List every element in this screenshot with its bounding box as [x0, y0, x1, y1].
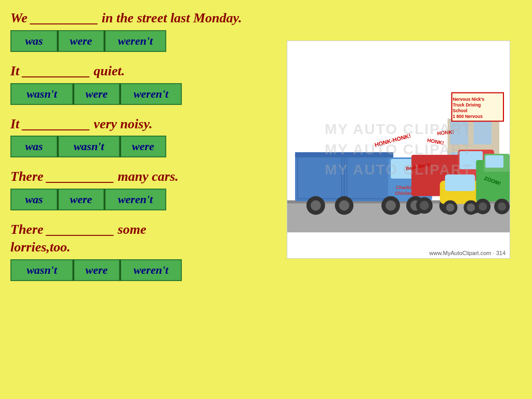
option-q5-were[interactable]: were — [73, 259, 119, 281]
options-row-1: was were weren't — [10, 30, 275, 52]
question-block-4: There __________ many cars. was were wer… — [10, 168, 275, 217]
options-row-5: wasn't were weren't — [10, 259, 275, 281]
option-q1-was[interactable]: was — [10, 30, 57, 52]
left-panel: We __________ in the street last Monday.… — [10, 9, 275, 394]
svg-point-49 — [478, 203, 487, 211]
option-q4-werent[interactable]: weren't — [104, 189, 166, 210]
clipart-caption: www.MyAutoClipart.com · 314 — [429, 250, 506, 256]
question-text-2: It __________ quiet. — [10, 62, 275, 80]
svg-point-27 — [385, 201, 396, 211]
svg-text:Nervous Nick's: Nervous Nick's — [453, 97, 485, 102]
question-block-2: It __________ quiet. wasn't were weren't — [10, 62, 275, 111]
option-q5-wasnt[interactable]: wasn't — [10, 259, 73, 281]
svg-text:School: School — [453, 108, 468, 113]
option-q1-werent[interactable]: weren't — [104, 30, 166, 52]
svg-text:Truck Driving: Truck Driving — [453, 102, 481, 108]
question-text-3: It __________ very noisy. — [10, 115, 275, 133]
option-q4-were[interactable]: were — [57, 189, 104, 210]
svg-point-44 — [467, 204, 475, 212]
options-row-4: was were weren't — [10, 189, 275, 210]
option-q4-was[interactable]: was — [10, 189, 57, 210]
svg-rect-5 — [473, 121, 491, 144]
question-text-5: There __________ somelorries,too. — [10, 221, 275, 256]
svg-rect-47 — [485, 155, 503, 168]
options-row-3: was wasn't were — [10, 136, 275, 157]
question-block-5: There __________ somelorries,too. wasn't… — [10, 221, 275, 287]
option-q3-were[interactable]: were — [119, 136, 166, 157]
svg-point-25 — [339, 201, 350, 211]
option-q5-werent[interactable]: weren't — [119, 259, 182, 281]
question-text-1: We __________ in the street last Monday. — [10, 9, 275, 27]
clipart-image: Nervous Nick's Truck Driving School 1 80… — [287, 41, 510, 259]
svg-point-42 — [446, 204, 455, 212]
svg-point-23 — [311, 201, 321, 211]
question-text-4: There __________ many cars. — [10, 168, 275, 185]
question-block-3: It __________ very noisy. was wasn't wer… — [10, 115, 275, 164]
truck-scene-svg: Nervous Nick's Truck Driving School 1 80… — [287, 41, 510, 258]
option-q3-wasnt[interactable]: wasn't — [57, 136, 119, 157]
svg-point-51 — [498, 203, 506, 211]
option-q1-were[interactable]: were — [57, 30, 104, 52]
question-block-1: We __________ in the street last Monday.… — [10, 9, 275, 58]
options-row-2: wasn't were weren't — [10, 83, 275, 105]
option-q2-wasnt[interactable]: wasn't — [10, 83, 73, 105]
option-q2-were[interactable]: were — [73, 83, 119, 105]
option-q2-werent[interactable]: weren't — [119, 83, 182, 105]
right-panel: Nervous Nick's Truck Driving School 1 80… — [275, 9, 522, 394]
option-q3-was[interactable]: was — [10, 136, 57, 157]
svg-point-34 — [420, 201, 429, 210]
svg-rect-40 — [445, 175, 475, 191]
svg-text:1 800 Nervous: 1 800 Nervous — [453, 114, 483, 119]
